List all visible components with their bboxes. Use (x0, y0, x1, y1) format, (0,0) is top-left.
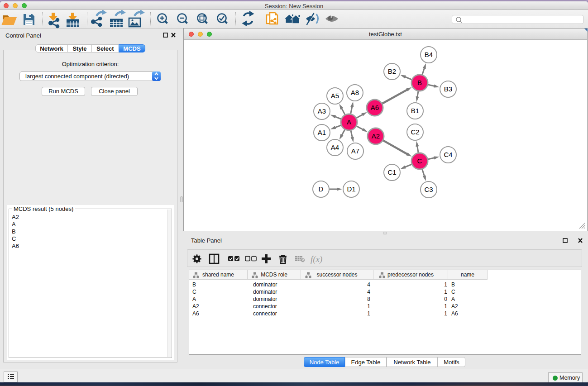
svg-text:A: A (347, 118, 351, 126)
svg-text:C1: C1 (387, 168, 396, 176)
svg-text:A3: A3 (318, 107, 326, 115)
svg-text:A2: A2 (372, 132, 380, 140)
svg-text:A5: A5 (331, 92, 339, 100)
svg-text:B3: B3 (444, 85, 452, 93)
svg-text:A6: A6 (371, 104, 379, 111)
svg-text:C: C (417, 157, 422, 165)
svg-text:A1: A1 (318, 129, 326, 136)
svg-text:f(x): f(x) (311, 254, 322, 264)
svg-text:B2: B2 (388, 67, 396, 75)
svg-text:C2: C2 (411, 128, 419, 136)
svg-text:B1: B1 (411, 107, 419, 114)
svg-text:A7: A7 (351, 147, 359, 155)
svg-text:D: D (319, 185, 324, 193)
svg-text:C4: C4 (444, 151, 452, 158)
svg-text:C3: C3 (424, 186, 433, 193)
svg-text:B: B (417, 79, 422, 86)
svg-text:A4: A4 (331, 143, 339, 151)
svg-text:A8: A8 (351, 89, 359, 96)
svg-text:D1: D1 (347, 185, 355, 193)
svg-text:B4: B4 (425, 51, 433, 58)
